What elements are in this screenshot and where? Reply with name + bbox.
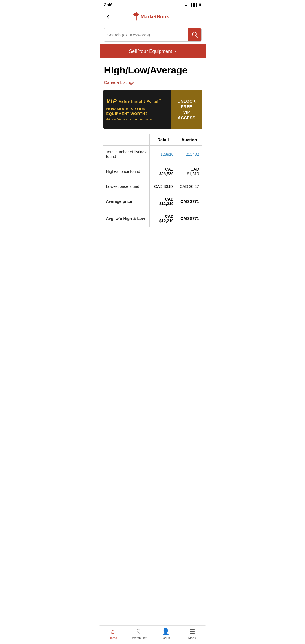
vip-banner-left: VIP Value Insight Portal™ HOW MUCH IS YO… — [103, 90, 171, 129]
svg-line-2 — [196, 36, 197, 38]
home-icon: ⌂ — [111, 628, 115, 635]
price-table: Retail Auction Total number of listings … — [103, 134, 202, 227]
vip-unlock-content: UNLOCK FREE VIP ACCESS — [175, 95, 198, 124]
back-button[interactable] — [103, 12, 113, 22]
table-cell-retail-4: CAD $12,219 — [150, 210, 177, 227]
nav-label-menu: Menu — [188, 636, 196, 639]
table-cell-label-1: Highest price found — [103, 163, 150, 180]
table-cell-retail-2: CAD $0.89 — [150, 180, 177, 193]
login-icon: 👤 — [162, 628, 169, 635]
header: MarketBook — [100, 8, 206, 25]
nav-label-login: Log In — [162, 636, 170, 639]
table-cell-auction-0[interactable]: 211482 — [177, 146, 202, 163]
vip-portal-name-container: Value Insight Portal™ — [119, 99, 162, 103]
table-cell-auction-4: CAD $771 — [177, 210, 202, 227]
canada-listings-link[interactable]: Canada Listings — [104, 80, 135, 85]
search-container — [100, 25, 206, 44]
sell-banner-text: Sell Your Equipment — [129, 49, 172, 54]
vip-vip-text: VIP — [106, 98, 117, 105]
signal-icon: ▐▐▐ — [189, 3, 197, 7]
table-cell-label-2: Lowest price found — [103, 180, 150, 193]
listings-link-section: Canada Listings — [100, 78, 206, 90]
auction-link-0[interactable]: 211482 — [186, 152, 199, 156]
search-input[interactable] — [104, 30, 188, 40]
nav-label-home: Home — [109, 636, 117, 639]
table-cell-auction-2: CAD $0.47 — [177, 180, 202, 193]
status-time: 2:46 — [104, 2, 113, 7]
vip-unlock-button[interactable]: UNLOCK FREE VIP ACCESS — [171, 90, 202, 129]
menu-icon: ☰ — [189, 628, 195, 635]
search-box — [104, 28, 202, 42]
table-cell-auction-1: CAD $1,610 — [177, 163, 202, 180]
nav-item-watchlist[interactable]: ♡ Watch List — [131, 628, 148, 639]
vip-description: All new VIP access has the answer! — [106, 118, 168, 121]
sell-banner[interactable]: Sell Your Equipment › — [100, 44, 206, 58]
wifi-icon: ▲ — [184, 3, 188, 7]
table-cell-retail-3: CAD $12,219 — [150, 193, 177, 210]
table-header-retail: Retail — [150, 134, 177, 146]
nav-label-watchlist: Watch List — [132, 636, 147, 639]
vip-banner: VIP Value Insight Portal™ HOW MUCH IS YO… — [103, 90, 202, 129]
svg-text:MarketBook: MarketBook — [141, 14, 169, 19]
nav-item-home[interactable]: ⌂ Home — [104, 628, 121, 639]
table-header-auction: Auction — [177, 134, 202, 146]
table-cell-retail-1: CAD $26,536 — [150, 163, 177, 180]
table-cell-label-3: Average price — [103, 193, 150, 210]
table-cell-label-4: Avg. w/o High & Low — [103, 210, 150, 227]
table-header-label — [103, 134, 150, 146]
vip-portal-label: Value Insight Portal™ — [119, 99, 162, 103]
nav-item-login[interactable]: 👤 Log In — [157, 628, 174, 639]
bottom-nav: ⌂ Home ♡ Watch List 👤 Log In ☰ Menu — [100, 625, 206, 644]
watchlist-icon: ♡ — [136, 628, 142, 635]
page-title-section: High/Low/Average — [100, 58, 206, 78]
retail-link-0[interactable]: 128910 — [160, 152, 174, 156]
table-cell-retail-0[interactable]: 128910 — [150, 146, 177, 163]
vip-logo-row: VIP Value Insight Portal™ — [106, 98, 168, 105]
marketbook-logo: MarketBook — [130, 10, 185, 23]
table-cell-auction-3: CAD $771 — [177, 193, 202, 210]
logo-container: MarketBook — [113, 10, 202, 23]
vip-unlock-text: UNLOCK FREE VIP ACCESS — [177, 98, 195, 120]
status-icons: ▲ ▐▐▐ ▮ — [184, 3, 201, 7]
status-bar: 2:46 ▲ ▐▐▐ ▮ — [100, 0, 206, 8]
battery-icon: ▮ — [199, 3, 201, 7]
search-button[interactable] — [188, 28, 201, 41]
sell-arrow-icon: › — [175, 48, 176, 54]
table-section: Retail Auction Total number of listings … — [100, 134, 206, 233]
page-title: High/Low/Average — [104, 65, 201, 75]
table-cell-label-0: Total number of listings found — [103, 146, 150, 163]
nav-item-menu[interactable]: ☰ Menu — [184, 628, 201, 639]
vip-heading: HOW MUCH IS YOUR EQUIPMENT WORTH? — [106, 107, 168, 116]
